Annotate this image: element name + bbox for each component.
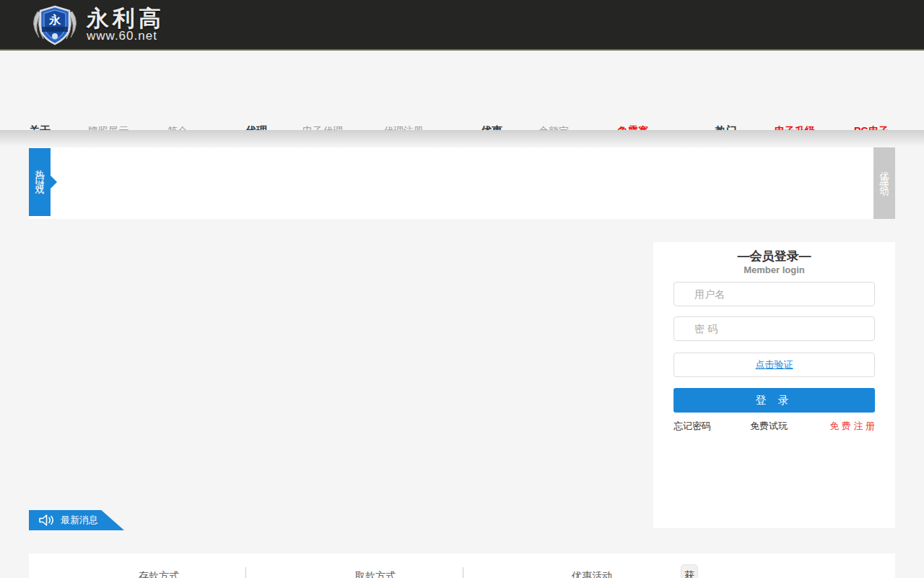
bottom-column-label: 存款方式	[139, 570, 179, 578]
main-nav: 关于 牌照展示 简介 代理 电子代理 代理注册 优惠 余额宝 争霸赛 热门 电子…	[0, 52, 924, 130]
free-trial-link[interactable]: 免费试玩	[750, 420, 788, 433]
bottom-panel: 存款方式 取款方式 优惠活动	[29, 553, 895, 578]
logo-title: 永利高	[87, 8, 165, 30]
login-panel: —会员登录— Member login 点击验证 登 录 忘记密码 免费试玩 免…	[653, 242, 895, 528]
banner-carousel: 热门游戏 优惠活动	[29, 147, 895, 219]
login-title: —会员登录—	[653, 248, 895, 264]
username-input[interactable]	[674, 282, 875, 306]
carousel-right-tab-label: 优惠活动	[879, 173, 889, 194]
bottom-column-label: 取款方式	[355, 570, 396, 578]
logo-wordmark: 永利高 www.60.net	[87, 8, 165, 43]
captcha-verify-link[interactable]: 点击验证	[756, 358, 793, 371]
floating-widget-button[interactable]: 获	[681, 564, 698, 578]
login-links: 忘记密码 免费试玩 免 费 注 册	[674, 420, 875, 433]
shield-logo-icon: 永	[27, 4, 82, 46]
logo[interactable]: 永 永利高 www.60.net	[27, 4, 165, 46]
carousel-prev-tab[interactable]: 热门游戏	[29, 148, 51, 216]
svg-text:永: 永	[48, 13, 61, 26]
latest-news-badge[interactable]: 最新消息	[29, 510, 124, 530]
header: 永 永利高 www.60.net	[0, 0, 924, 51]
captcha-box[interactable]: 点击验证	[674, 353, 875, 377]
free-register-link[interactable]: 免 费 注 册	[829, 420, 875, 433]
nav-shadow	[0, 130, 924, 147]
password-input[interactable]	[674, 316, 875, 341]
carousel-next-tab[interactable]: 优惠活动	[873, 147, 895, 219]
speaker-icon	[38, 514, 56, 527]
page: 永 永利高 www.60.net 关于 牌照展示 简介 代理 电子代理 代理注册…	[0, 0, 924, 578]
login-subtitle: Member login	[653, 264, 895, 275]
carousel-left-tab-label: 热门游戏	[35, 172, 45, 192]
column-divider	[463, 567, 463, 578]
bottom-column-label: 优惠活动	[572, 570, 612, 578]
latest-news-label: 最新消息	[61, 514, 98, 527]
forgot-password-link[interactable]: 忘记密码	[674, 420, 711, 433]
column-divider	[245, 567, 246, 578]
logo-url: www.60.net	[87, 30, 165, 43]
login-button[interactable]: 登 录	[674, 388, 875, 413]
